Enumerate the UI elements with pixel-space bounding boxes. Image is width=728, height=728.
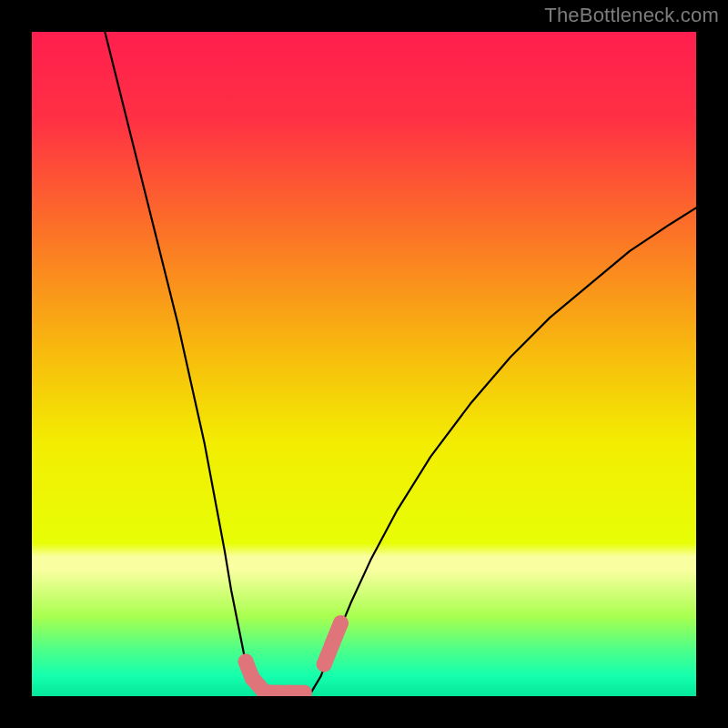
plot-area — [32, 32, 696, 696]
chart-frame: TheBottleneck.com — [0, 0, 728, 728]
watermark-text: TheBottleneck.com — [544, 4, 719, 27]
gradient-background — [32, 32, 696, 696]
chart-svg — [32, 32, 696, 696]
marker-connector — [332, 623, 340, 644]
